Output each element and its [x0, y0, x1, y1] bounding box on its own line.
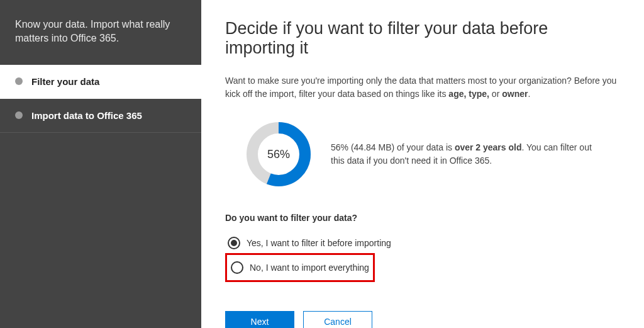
radio-icon	[231, 261, 243, 274]
step-bullet-icon	[15, 111, 23, 119]
filter-question: Do you want to filter your data?	[225, 213, 620, 223]
radio-option-no[interactable]: No, I want to import everything	[228, 257, 372, 278]
desc-text: Want to make sure you're importing only …	[225, 76, 616, 99]
step-filter-your-data[interactable]: Filter your data	[0, 65, 201, 99]
radio-label: Yes, I want to filter it before importin…	[247, 238, 391, 248]
button-row: Next Cancel	[225, 311, 620, 328]
main-panel: Decide if you want to filter your data b…	[201, 0, 644, 328]
filter-radio-group: Yes, I want to filter it before importin…	[225, 233, 620, 282]
donut-chart: 56%	[244, 120, 313, 189]
chart-description: 56% (44.84 MB) of your data is over 2 ye…	[331, 141, 595, 167]
radio-option-yes[interactable]: Yes, I want to filter it before importin…	[225, 233, 620, 253]
desc-bold-1: age, type,	[448, 89, 489, 99]
next-button[interactable]: Next	[225, 311, 294, 328]
chart-text-pre: 56% (44.84 MB) of your data is	[331, 142, 455, 152]
step-label: Filter your data	[31, 76, 99, 87]
chart-text-bold: over 2 years old	[455, 142, 522, 152]
radio-label: No, I want to import everything	[250, 263, 369, 273]
sidebar-header: Know your data. Import what really matte…	[0, 0, 201, 65]
radio-icon	[228, 237, 240, 249]
step-bullet-icon	[15, 77, 23, 85]
donut-center-label: 56%	[244, 120, 313, 189]
wizard-sidebar: Know your data. Import what really matte…	[0, 0, 201, 328]
page-description: Want to make sure you're importing only …	[225, 74, 620, 101]
cancel-button[interactable]: Cancel	[303, 311, 372, 328]
desc-end: .	[528, 89, 530, 99]
data-age-summary: 56% 56% (44.84 MB) of your data is over …	[225, 120, 620, 189]
desc-joiner: or	[489, 89, 502, 99]
desc-bold-2: owner	[502, 89, 528, 99]
step-label: Import data to Office 365	[31, 110, 142, 121]
highlight-annotation: No, I want to import everything	[225, 253, 375, 282]
page-title: Decide if you want to filter your data b…	[225, 19, 620, 58]
step-import-data[interactable]: Import data to Office 365	[0, 99, 201, 133]
